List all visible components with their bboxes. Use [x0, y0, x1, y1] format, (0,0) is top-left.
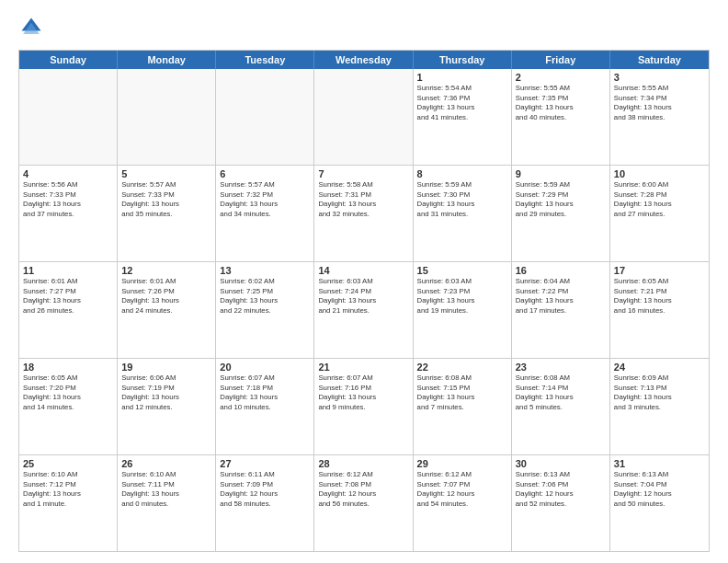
calendar-cell-15: 15Sunrise: 6:03 AM Sunset: 7:23 PM Dayli… [414, 262, 512, 358]
day-number: 15 [417, 265, 507, 276]
cell-info: Sunrise: 6:06 AM Sunset: 7:19 PM Dayligh… [121, 373, 211, 412]
calendar-cell-27: 27Sunrise: 6:11 AM Sunset: 7:09 PM Dayli… [216, 455, 314, 551]
day-number: 6 [220, 168, 310, 179]
cell-info: Sunrise: 6:12 AM Sunset: 7:08 PM Dayligh… [318, 470, 408, 509]
calendar-cell-24: 24Sunrise: 6:09 AM Sunset: 7:13 PM Dayli… [610, 359, 709, 454]
day-number: 3 [614, 72, 705, 83]
cell-info: Sunrise: 5:59 AM Sunset: 7:29 PM Dayligh… [516, 180, 606, 219]
day-number: 27 [220, 458, 310, 469]
calendar-cell-3: 3Sunrise: 5:55 AM Sunset: 7:34 PM Daylig… [610, 69, 709, 165]
cell-info: Sunrise: 5:58 AM Sunset: 7:31 PM Dayligh… [318, 180, 408, 219]
calendar-row-4: 25Sunrise: 6:10 AM Sunset: 7:12 PM Dayli… [19, 454, 709, 551]
calendar-cell-26: 26Sunrise: 6:10 AM Sunset: 7:11 PM Dayli… [118, 455, 216, 551]
cell-info: Sunrise: 6:08 AM Sunset: 7:15 PM Dayligh… [417, 373, 507, 412]
calendar-row-0: 1Sunrise: 5:54 AM Sunset: 7:36 PM Daylig… [19, 69, 709, 165]
day-number: 19 [121, 362, 211, 373]
calendar-cell-20: 20Sunrise: 6:07 AM Sunset: 7:18 PM Dayli… [216, 359, 314, 454]
day-number: 2 [516, 72, 606, 83]
cell-info: Sunrise: 6:12 AM Sunset: 7:07 PM Dayligh… [417, 470, 507, 509]
cell-info: Sunrise: 6:07 AM Sunset: 7:16 PM Dayligh… [318, 373, 408, 412]
cell-info: Sunrise: 6:11 AM Sunset: 7:09 PM Dayligh… [220, 470, 310, 509]
calendar-cell-22: 22Sunrise: 6:08 AM Sunset: 7:15 PM Dayli… [414, 359, 512, 454]
day-number: 28 [318, 458, 408, 469]
calendar-cell-28: 28Sunrise: 6:12 AM Sunset: 7:08 PM Dayli… [314, 455, 413, 551]
calendar: SundayMondayTuesdayWednesdayThursdayFrid… [18, 50, 710, 552]
calendar-body: 1Sunrise: 5:54 AM Sunset: 7:36 PM Daylig… [19, 69, 709, 551]
calendar-cell-19: 19Sunrise: 6:06 AM Sunset: 7:19 PM Dayli… [118, 359, 216, 454]
cell-info: Sunrise: 6:01 AM Sunset: 7:27 PM Dayligh… [23, 277, 113, 316]
cell-info: Sunrise: 5:54 AM Sunset: 7:36 PM Dayligh… [417, 84, 507, 122]
calendar-cell-5: 5Sunrise: 5:57 AM Sunset: 7:33 PM Daylig… [118, 166, 216, 261]
calendar-cell-12: 12Sunrise: 6:01 AM Sunset: 7:26 PM Dayli… [118, 262, 216, 358]
cell-info: Sunrise: 6:13 AM Sunset: 7:06 PM Dayligh… [516, 470, 606, 509]
cell-info: Sunrise: 6:10 AM Sunset: 7:11 PM Dayligh… [121, 470, 211, 509]
cell-info: Sunrise: 6:01 AM Sunset: 7:26 PM Dayligh… [121, 277, 211, 316]
calendar-cell-4: 4Sunrise: 5:56 AM Sunset: 7:33 PM Daylig… [19, 166, 118, 261]
day-number: 18 [23, 362, 113, 373]
day-number: 12 [121, 265, 211, 276]
header-day-monday: Monday [118, 51, 216, 69]
calendar-cell-10: 10Sunrise: 6:00 AM Sunset: 7:28 PM Dayli… [610, 166, 709, 261]
day-number: 4 [23, 168, 113, 179]
day-number: 11 [23, 265, 113, 276]
calendar-row-3: 18Sunrise: 6:05 AM Sunset: 7:20 PM Dayli… [19, 358, 709, 454]
page: SundayMondayTuesdayWednesdayThursdayFrid… [0, 0, 728, 563]
header-day-sunday: Sunday [19, 51, 118, 69]
cell-info: Sunrise: 5:57 AM Sunset: 7:32 PM Dayligh… [220, 180, 310, 219]
day-number: 30 [516, 458, 606, 469]
header-day-friday: Friday [512, 51, 610, 69]
calendar-cell-7: 7Sunrise: 5:58 AM Sunset: 7:31 PM Daylig… [314, 166, 413, 261]
calendar-cell-8: 8Sunrise: 5:59 AM Sunset: 7:30 PM Daylig… [414, 166, 512, 261]
day-number: 14 [318, 265, 408, 276]
calendar-cell-25: 25Sunrise: 6:10 AM Sunset: 7:12 PM Dayli… [19, 455, 118, 551]
cell-info: Sunrise: 6:05 AM Sunset: 7:21 PM Dayligh… [614, 277, 705, 316]
day-number: 5 [121, 168, 211, 179]
logo [18, 15, 48, 40]
cell-info: Sunrise: 5:59 AM Sunset: 7:30 PM Dayligh… [417, 180, 507, 219]
day-number: 9 [516, 168, 606, 179]
header-day-thursday: Thursday [414, 51, 512, 69]
day-number: 20 [220, 362, 310, 373]
day-number: 7 [318, 168, 408, 179]
header-day-saturday: Saturday [610, 51, 709, 69]
calendar-cell-17: 17Sunrise: 6:05 AM Sunset: 7:21 PM Dayli… [610, 262, 709, 358]
day-number: 31 [614, 458, 705, 469]
cell-info: Sunrise: 6:10 AM Sunset: 7:12 PM Dayligh… [23, 470, 113, 509]
cell-info: Sunrise: 5:56 AM Sunset: 7:33 PM Dayligh… [23, 180, 113, 219]
calendar-cell-empty-1 [118, 69, 216, 165]
day-number: 24 [614, 362, 705, 373]
calendar-cell-empty-2 [216, 69, 314, 165]
day-number: 17 [614, 265, 705, 276]
calendar-cell-30: 30Sunrise: 6:13 AM Sunset: 7:06 PM Dayli… [512, 455, 610, 551]
calendar-row-1: 4Sunrise: 5:56 AM Sunset: 7:33 PM Daylig… [19, 165, 709, 261]
calendar-row-2: 11Sunrise: 6:01 AM Sunset: 7:27 PM Dayli… [19, 261, 709, 358]
calendar-cell-14: 14Sunrise: 6:03 AM Sunset: 7:24 PM Dayli… [314, 262, 413, 358]
cell-info: Sunrise: 6:03 AM Sunset: 7:23 PM Dayligh… [417, 277, 507, 316]
day-number: 26 [121, 458, 211, 469]
calendar-cell-31: 31Sunrise: 6:13 AM Sunset: 7:04 PM Dayli… [610, 455, 709, 551]
day-number: 8 [417, 168, 507, 179]
calendar-cell-11: 11Sunrise: 6:01 AM Sunset: 7:27 PM Dayli… [19, 262, 118, 358]
cell-info: Sunrise: 5:57 AM Sunset: 7:33 PM Dayligh… [121, 180, 211, 219]
day-number: 22 [417, 362, 507, 373]
calendar-cell-empty-3 [314, 69, 413, 165]
cell-info: Sunrise: 6:00 AM Sunset: 7:28 PM Dayligh… [614, 180, 705, 219]
logo-icon [18, 15, 44, 40]
calendar-cell-empty-0 [19, 69, 118, 165]
cell-info: Sunrise: 6:04 AM Sunset: 7:22 PM Dayligh… [516, 277, 606, 316]
day-number: 1 [417, 72, 507, 83]
cell-info: Sunrise: 6:13 AM Sunset: 7:04 PM Dayligh… [614, 470, 705, 509]
calendar-cell-1: 1Sunrise: 5:54 AM Sunset: 7:36 PM Daylig… [414, 69, 512, 165]
cell-info: Sunrise: 6:07 AM Sunset: 7:18 PM Dayligh… [220, 373, 310, 412]
cell-info: Sunrise: 6:03 AM Sunset: 7:24 PM Dayligh… [318, 277, 408, 316]
day-number: 21 [318, 362, 408, 373]
calendar-cell-18: 18Sunrise: 6:05 AM Sunset: 7:20 PM Dayli… [19, 359, 118, 454]
header-day-wednesday: Wednesday [314, 51, 413, 69]
calendar-cell-9: 9Sunrise: 5:59 AM Sunset: 7:29 PM Daylig… [512, 166, 610, 261]
cell-info: Sunrise: 5:55 AM Sunset: 7:35 PM Dayligh… [516, 84, 606, 122]
day-number: 10 [614, 168, 705, 179]
cell-info: Sunrise: 5:55 AM Sunset: 7:34 PM Dayligh… [614, 84, 705, 122]
calendar-cell-13: 13Sunrise: 6:02 AM Sunset: 7:25 PM Dayli… [216, 262, 314, 358]
header-day-tuesday: Tuesday [216, 51, 314, 69]
cell-info: Sunrise: 6:05 AM Sunset: 7:20 PM Dayligh… [23, 373, 113, 412]
